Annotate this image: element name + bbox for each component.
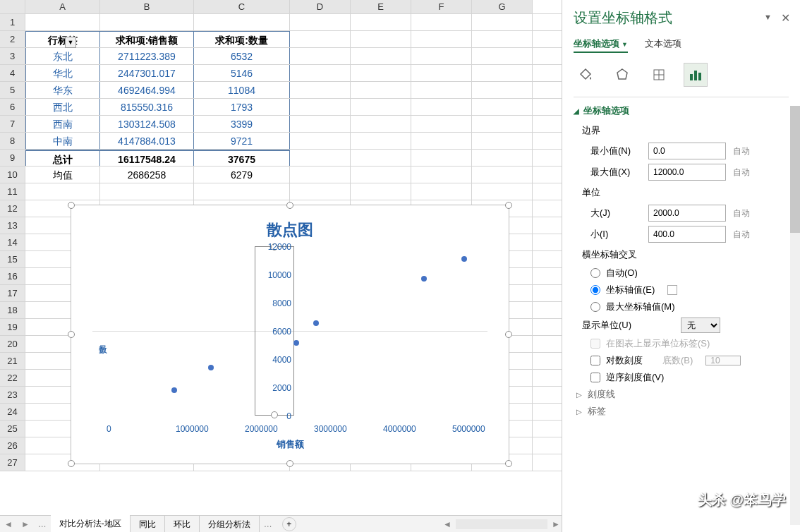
row-10[interactable]: 10 — [0, 167, 25, 183]
cell-D1[interactable] — [290, 14, 351, 30]
cell-B2[interactable]: 求和项:销售额 — [100, 31, 194, 47]
reverse-check[interactable] — [590, 373, 600, 382]
cell-A6[interactable]: 西北 — [25, 99, 100, 115]
row-21[interactable]: 21 — [0, 353, 25, 369]
axis-options-icon[interactable] — [684, 63, 708, 87]
cell-A5[interactable]: 华东 — [25, 82, 100, 98]
cell-D8[interactable] — [290, 133, 351, 149]
cell-A8[interactable]: 中南 — [25, 133, 100, 149]
cell-E8[interactable] — [351, 133, 411, 149]
row-12[interactable]: 12 — [0, 200, 25, 217]
row-5[interactable]: 5 — [0, 82, 25, 98]
cell-F6[interactable] — [411, 99, 472, 115]
cell-C8[interactable]: 9721 — [194, 133, 290, 149]
row-2[interactable]: 2 — [0, 31, 25, 47]
row-27[interactable]: 27 — [0, 454, 25, 471]
row-19[interactable]: 19 — [0, 319, 25, 335]
row-24[interactable]: 24 — [0, 404, 25, 420]
cell-G10[interactable] — [472, 167, 533, 183]
cell-A7[interactable]: 西南 — [25, 116, 100, 132]
cell-D5[interactable] — [290, 82, 351, 98]
scatter-chart[interactable]: 散点图 数量 120001000080006000400020000 01000… — [71, 205, 509, 464]
cell-E1[interactable] — [351, 14, 411, 30]
add-sheet-button[interactable]: + — [282, 517, 296, 531]
cell-E5[interactable] — [351, 82, 411, 98]
cell-F7[interactable] — [411, 116, 472, 132]
cell-B9[interactable]: 16117548.24 — [100, 150, 194, 166]
cell-C9[interactable]: 37675 — [194, 150, 290, 166]
row-22[interactable]: 22 — [0, 370, 25, 386]
cross-auto-radio[interactable] — [590, 268, 600, 278]
row-25[interactable]: 25 — [0, 421, 25, 437]
cell-F2[interactable] — [411, 31, 472, 47]
effects-icon[interactable] — [610, 63, 634, 87]
row-16[interactable]: 16 — [0, 268, 25, 284]
cell-F4[interactable] — [411, 65, 472, 81]
cell-C7[interactable]: 3399 — [194, 116, 290, 132]
cell-F1[interactable] — [411, 14, 472, 30]
cell-G4[interactable] — [472, 65, 533, 81]
cell-F8[interactable] — [411, 133, 472, 149]
row-13[interactable]: 13 — [0, 217, 25, 234]
scatter-point[interactable] — [313, 320, 319, 326]
cell-B7[interactable]: 1303124.508 — [100, 116, 194, 132]
cell-G6[interactable] — [472, 99, 533, 115]
cross-value-input[interactable] — [667, 285, 677, 295]
chart-title[interactable]: 散点图 — [71, 219, 509, 241]
cell-G5[interactable] — [472, 82, 533, 98]
row-23[interactable]: 23 — [0, 387, 25, 403]
cell-D4[interactable] — [290, 65, 351, 81]
cell-D10[interactable] — [290, 167, 351, 183]
row-17[interactable]: 17 — [0, 285, 25, 301]
row-26[interactable]: 26 — [0, 437, 25, 454]
cell-F11[interactable] — [411, 183, 472, 200]
cell-G1[interactable] — [472, 14, 533, 30]
cell-D3[interactable] — [290, 48, 351, 64]
section-ticks[interactable]: ▷刻度线 — [576, 388, 789, 401]
row-18[interactable]: 18 — [0, 302, 25, 318]
col-G[interactable]: G — [472, 0, 533, 13]
filter-dropdown-icon[interactable]: ▼ — [65, 37, 76, 48]
row-20[interactable]: 20 — [0, 336, 25, 352]
cell-A4[interactable]: 华北 — [25, 65, 100, 81]
cell-A1[interactable] — [25, 14, 100, 30]
panel-close-icon[interactable]: ✕ — [781, 11, 790, 25]
cell-F3[interactable] — [411, 48, 472, 64]
cell-D9[interactable] — [290, 150, 351, 166]
col-D[interactable]: D — [290, 0, 351, 13]
cell-C10[interactable]: 6279 — [194, 167, 290, 183]
cell-E2[interactable] — [351, 31, 411, 47]
cell-G11[interactable] — [472, 183, 533, 200]
panel-dropdown-icon[interactable]: ▼ — [764, 13, 772, 21]
row-9[interactable]: 9 — [0, 150, 25, 166]
cell-E7[interactable] — [351, 116, 411, 132]
log-scale-check[interactable] — [590, 356, 600, 365]
cell-F9[interactable] — [411, 150, 472, 166]
cell-B1[interactable] — [100, 14, 194, 30]
row-6[interactable]: 6 — [0, 99, 25, 115]
scatter-point[interactable] — [293, 340, 299, 346]
tab-compare-region[interactable]: 对比分析法-地区 — [51, 515, 131, 533]
col-F[interactable]: F — [411, 0, 472, 13]
col-E[interactable]: E — [351, 0, 411, 13]
hscroll-right[interactable]: ► — [550, 519, 562, 529]
panel-tab-text-options[interactable]: 文本选项 — [645, 37, 681, 53]
cell-F5[interactable] — [411, 82, 472, 98]
cell-C1[interactable] — [194, 14, 290, 30]
cell-G8[interactable] — [472, 133, 533, 149]
display-unit-select[interactable]: 无 — [681, 318, 720, 333]
row-14[interactable]: 14 — [0, 234, 25, 250]
cell-E4[interactable] — [351, 65, 411, 81]
cell-A2[interactable]: 行标签▼ — [25, 31, 100, 47]
cell-E9[interactable] — [351, 150, 411, 166]
tab-nav-next[interactable]: ► — [17, 519, 34, 529]
cell-E10[interactable] — [351, 167, 411, 183]
tab-nav-ellipsis[interactable]: … — [34, 519, 51, 529]
major-input[interactable] — [648, 205, 726, 222]
panel-tab-axis-options[interactable]: 坐标轴选项▼ — [574, 37, 628, 53]
cell-A3[interactable]: 东北 — [25, 48, 100, 64]
col-A[interactable]: A — [25, 0, 100, 13]
tab-group[interactable]: 分组分析法 — [200, 516, 260, 533]
cell-C3[interactable]: 6532 — [194, 48, 290, 64]
scatter-point[interactable] — [421, 276, 427, 282]
